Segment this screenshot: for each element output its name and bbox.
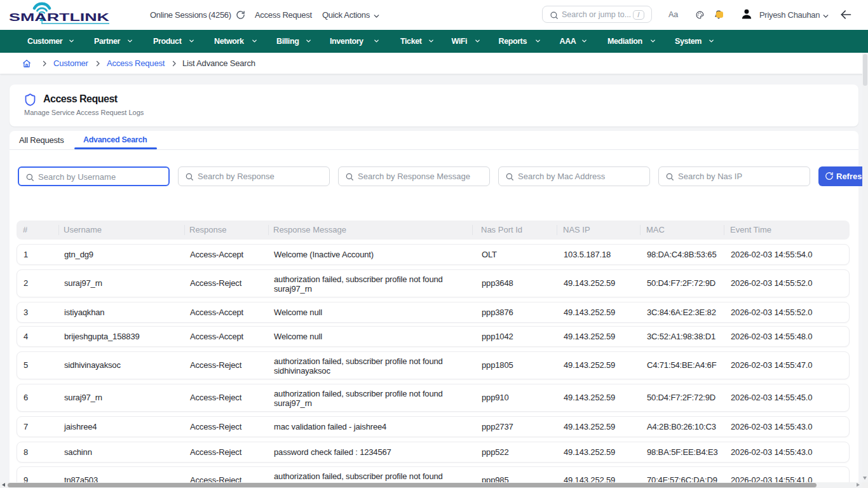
- svg-text:SMARTLINK: SMARTLINK: [9, 11, 109, 23]
